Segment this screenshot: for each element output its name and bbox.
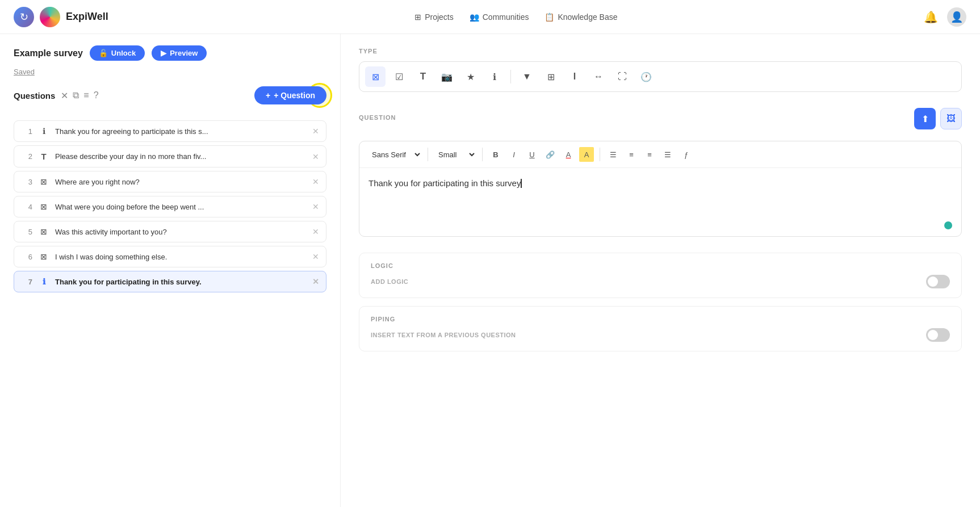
piping-toggle-thumb bbox=[928, 330, 938, 340]
question-type-icon: ⊠ bbox=[38, 177, 49, 186]
unordered-list-button[interactable]: ≡ bbox=[642, 147, 657, 162]
nav-knowledge-base[interactable]: 📋 Knowledge Base bbox=[545, 12, 617, 22]
text-cursor bbox=[521, 179, 522, 188]
question-number: 5 bbox=[21, 228, 32, 236]
question-item-active[interactable]: 7 ℹ Thank you for participating in this … bbox=[14, 271, 326, 292]
question-remove-icon[interactable]: ✕ bbox=[312, 177, 319, 186]
questions-action-list-icon[interactable]: ≡ bbox=[83, 90, 89, 100]
add-question-area: + + Question ↖ bbox=[254, 86, 326, 104]
piping-toggle[interactable] bbox=[926, 328, 950, 342]
italic-button[interactable]: I bbox=[506, 147, 521, 162]
image-button[interactable]: 🖼 bbox=[940, 108, 962, 129]
underline-button[interactable]: U bbox=[525, 147, 539, 162]
question-remove-icon[interactable]: ✕ bbox=[312, 227, 319, 236]
saved-label[interactable]: Saved bbox=[14, 68, 326, 76]
format-divider bbox=[600, 148, 600, 161]
questions-action-close-icon[interactable]: ✕ bbox=[61, 90, 68, 101]
teal-status-dot bbox=[944, 221, 952, 229]
question-number: 3 bbox=[21, 178, 32, 186]
header-actions: 🔔 👤 bbox=[924, 7, 966, 27]
question-item[interactable]: 6 ⊠ I wish I was doing something else. ✕ bbox=[14, 246, 326, 267]
question-item[interactable]: 4 ⊠ What were you doing before the beep … bbox=[14, 196, 326, 217]
expiwell-logo bbox=[40, 7, 60, 27]
add-logic-label: ADD LOGIC bbox=[371, 278, 408, 285]
type-btn-slider[interactable]: I bbox=[564, 66, 585, 87]
logic-title: LOGIC bbox=[371, 262, 393, 269]
format-divider bbox=[482, 148, 483, 161]
unlock-icon: 🔓 bbox=[99, 49, 108, 57]
questions-action-help-icon[interactable]: ? bbox=[94, 90, 99, 100]
questions-title: Questions bbox=[14, 91, 55, 100]
type-btn-range[interactable]: ↔ bbox=[588, 66, 609, 87]
font-family-select[interactable]: Sans Serif Serif Monospace bbox=[367, 149, 422, 161]
main-layout: Example survey 🔓 Unlock ▶ Preview Saved … bbox=[0, 34, 980, 507]
notifications-bell-icon[interactable]: 🔔 bbox=[924, 10, 938, 24]
unlock-button[interactable]: 🔓 Unlock bbox=[90, 45, 145, 61]
type-btn-choice[interactable]: ⊠ bbox=[365, 66, 386, 87]
question-text-preview: Please describe your day in no more than… bbox=[55, 152, 307, 161]
survey-title: Example survey bbox=[14, 48, 83, 58]
left-panel: Example survey 🔓 Unlock ▶ Preview Saved … bbox=[0, 34, 341, 507]
piping-section: PIPING INSERT TEXT FROM A PREVIOUS QUEST… bbox=[359, 306, 962, 351]
question-item[interactable]: 2 T Please describe your day in no more … bbox=[14, 145, 326, 167]
question-remove-icon[interactable]: ✕ bbox=[312, 202, 319, 211]
question-remove-icon[interactable]: ✕ bbox=[312, 127, 319, 136]
type-toolbar-divider bbox=[510, 70, 511, 83]
format-divider bbox=[428, 148, 428, 161]
type-btn-text[interactable]: T bbox=[413, 66, 433, 87]
piping-header: PIPING bbox=[371, 316, 950, 322]
font-size-select[interactable]: Small Medium Large bbox=[434, 149, 476, 161]
question-item[interactable]: 5 ⊠ Was this activity important to you? … bbox=[14, 221, 326, 242]
main-nav: ⊞ Projects 👥 Communities 📋 Knowledge Bas… bbox=[414, 12, 617, 22]
type-btn-grid[interactable]: ⊞ bbox=[541, 66, 561, 87]
question-text-preview: What were you doing before the beep went… bbox=[55, 203, 307, 211]
logic-header: LOGIC bbox=[371, 262, 950, 269]
question-remove-icon[interactable]: ✕ bbox=[312, 152, 319, 161]
question-upload-actions: ⬆ 🖼 bbox=[914, 108, 962, 129]
align-left-button[interactable]: ☰ bbox=[606, 147, 621, 162]
questions-action-copy-icon[interactable]: ⧉ bbox=[73, 90, 79, 100]
type-btn-matrix[interactable]: ⛶ bbox=[612, 66, 633, 87]
type-btn-photo[interactable]: 📷 bbox=[437, 66, 457, 87]
question-type-icon: ℹ bbox=[38, 127, 49, 136]
format-toolbar: Sans Serif Serif Monospace Small Medium … bbox=[359, 141, 961, 168]
user-avatar[interactable]: 👤 bbox=[947, 7, 966, 27]
question-number: 2 bbox=[21, 152, 32, 161]
nav-projects[interactable]: ⊞ Projects bbox=[414, 12, 454, 22]
link-button[interactable]: 🔗 bbox=[543, 147, 558, 162]
question-text-editable[interactable]: Thank you for participating in this surv… bbox=[359, 168, 961, 236]
questions-actions: ✕ ⧉ ≡ ? bbox=[61, 90, 98, 101]
logic-row: ADD LOGIC bbox=[371, 275, 950, 288]
upload-button[interactable]: ⬆ bbox=[914, 108, 936, 129]
question-remove-icon[interactable]: ✕ bbox=[312, 252, 319, 261]
ordered-list-button[interactable]: ≡ bbox=[624, 147, 639, 162]
question-type-icon: ⊠ bbox=[38, 227, 49, 236]
type-toolbar: ⊠ ☑ T 📷 ★ ℹ ▼ ⊞ I ↔ ⛶ 🕐 bbox=[359, 61, 962, 92]
add-question-button[interactable]: + + Question bbox=[254, 86, 326, 104]
type-btn-dropdown[interactable]: ▼ bbox=[517, 66, 537, 87]
nav-communities[interactable]: 👥 Communities bbox=[470, 12, 529, 22]
question-edit-area: Sans Serif Serif Monospace Small Medium … bbox=[359, 141, 962, 237]
type-section-label: TYPE bbox=[359, 48, 962, 55]
type-btn-checkbox[interactable]: ☑ bbox=[389, 66, 409, 87]
align-right-button[interactable]: ☰ bbox=[660, 147, 675, 162]
question-item[interactable]: 1 ℹ Thank you for agreeing to participat… bbox=[14, 120, 326, 142]
question-item[interactable]: 3 ⊠ Where are you right now? ✕ bbox=[14, 171, 326, 192]
font-color-button[interactable]: A bbox=[561, 147, 576, 162]
knowledge-base-icon: 📋 bbox=[545, 12, 554, 22]
special-format-button[interactable]: ƒ bbox=[679, 147, 693, 162]
question-text-preview: Where are you right now? bbox=[55, 178, 307, 186]
header-left: ↻ ExpiWell bbox=[14, 7, 108, 27]
bold-button[interactable]: B bbox=[488, 147, 503, 162]
question-type-icon: T bbox=[38, 152, 49, 161]
question-remove-icon[interactable]: ✕ bbox=[312, 277, 319, 286]
logic-toggle[interactable] bbox=[926, 275, 950, 288]
question-text-preview: I wish I was doing something else. bbox=[55, 253, 307, 261]
highlight-button[interactable]: A bbox=[579, 147, 594, 162]
type-btn-timer[interactable]: 🕐 bbox=[636, 66, 656, 87]
type-btn-info[interactable]: ℹ bbox=[484, 66, 505, 87]
question-text-preview: Thank you for agreeing to participate is… bbox=[55, 127, 307, 136]
preview-button[interactable]: ▶ Preview bbox=[152, 45, 207, 61]
type-btn-star[interactable]: ★ bbox=[460, 66, 481, 87]
logo-refresh-icon[interactable]: ↻ bbox=[14, 7, 34, 27]
